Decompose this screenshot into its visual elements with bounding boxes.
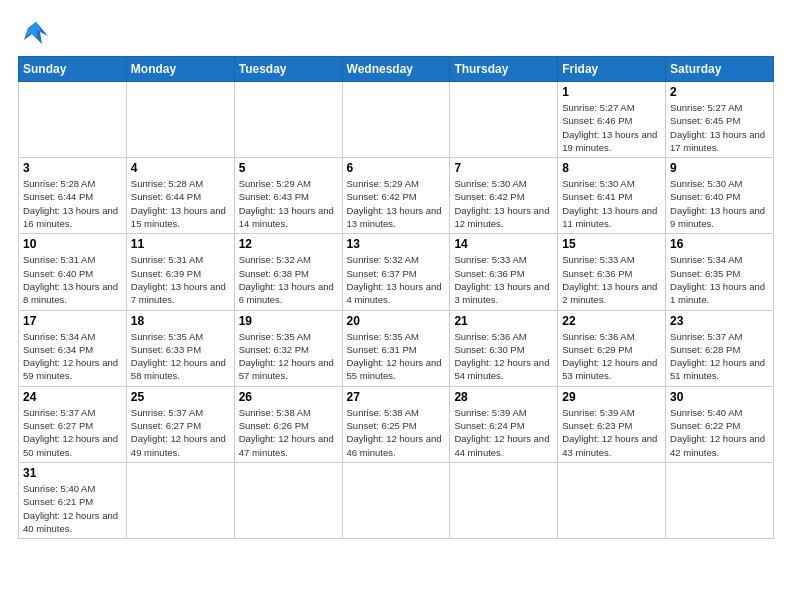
day-number: 27: [347, 390, 446, 404]
day-info: Sunrise: 5:33 AM Sunset: 6:36 PM Dayligh…: [454, 253, 553, 306]
header-cell-saturday: Saturday: [666, 57, 774, 82]
header-area: [18, 18, 774, 48]
day-number: 20: [347, 314, 446, 328]
calendar-table: SundayMondayTuesdayWednesdayThursdayFrid…: [18, 56, 774, 539]
day-number: 26: [239, 390, 338, 404]
day-number: 9: [670, 161, 769, 175]
day-cell: 8Sunrise: 5:30 AM Sunset: 6:41 PM Daylig…: [558, 158, 666, 234]
day-cell: 31Sunrise: 5:40 AM Sunset: 6:21 PM Dayli…: [19, 462, 127, 538]
day-cell: 28Sunrise: 5:39 AM Sunset: 6:24 PM Dayli…: [450, 386, 558, 462]
day-info: Sunrise: 5:38 AM Sunset: 6:25 PM Dayligh…: [347, 406, 446, 459]
header-cell-sunday: Sunday: [19, 57, 127, 82]
day-cell: 23Sunrise: 5:37 AM Sunset: 6:28 PM Dayli…: [666, 310, 774, 386]
day-info: Sunrise: 5:27 AM Sunset: 6:46 PM Dayligh…: [562, 101, 661, 154]
day-cell: [126, 82, 234, 158]
day-cell: 15Sunrise: 5:33 AM Sunset: 6:36 PM Dayli…: [558, 234, 666, 310]
day-cell: 17Sunrise: 5:34 AM Sunset: 6:34 PM Dayli…: [19, 310, 127, 386]
day-number: 7: [454, 161, 553, 175]
day-info: Sunrise: 5:39 AM Sunset: 6:24 PM Dayligh…: [454, 406, 553, 459]
header-cell-monday: Monday: [126, 57, 234, 82]
day-cell: [126, 462, 234, 538]
day-info: Sunrise: 5:35 AM Sunset: 6:31 PM Dayligh…: [347, 330, 446, 383]
day-number: 23: [670, 314, 769, 328]
day-cell: [450, 82, 558, 158]
day-cell: [558, 462, 666, 538]
day-info: Sunrise: 5:30 AM Sunset: 6:42 PM Dayligh…: [454, 177, 553, 230]
week-row-3: 10Sunrise: 5:31 AM Sunset: 6:40 PM Dayli…: [19, 234, 774, 310]
day-info: Sunrise: 5:35 AM Sunset: 6:32 PM Dayligh…: [239, 330, 338, 383]
day-info: Sunrise: 5:40 AM Sunset: 6:21 PM Dayligh…: [23, 482, 122, 535]
day-number: 13: [347, 237, 446, 251]
day-info: Sunrise: 5:35 AM Sunset: 6:33 PM Dayligh…: [131, 330, 230, 383]
day-cell: [19, 82, 127, 158]
header-cell-tuesday: Tuesday: [234, 57, 342, 82]
page: SundayMondayTuesdayWednesdayThursdayFrid…: [0, 0, 792, 612]
day-number: 6: [347, 161, 446, 175]
day-info: Sunrise: 5:30 AM Sunset: 6:40 PM Dayligh…: [670, 177, 769, 230]
day-cell: 16Sunrise: 5:34 AM Sunset: 6:35 PM Dayli…: [666, 234, 774, 310]
day-cell: 6Sunrise: 5:29 AM Sunset: 6:42 PM Daylig…: [342, 158, 450, 234]
day-cell: 21Sunrise: 5:36 AM Sunset: 6:30 PM Dayli…: [450, 310, 558, 386]
day-info: Sunrise: 5:37 AM Sunset: 6:27 PM Dayligh…: [23, 406, 122, 459]
header-cell-friday: Friday: [558, 57, 666, 82]
day-info: Sunrise: 5:37 AM Sunset: 6:27 PM Dayligh…: [131, 406, 230, 459]
day-cell: 30Sunrise: 5:40 AM Sunset: 6:22 PM Dayli…: [666, 386, 774, 462]
day-number: 24: [23, 390, 122, 404]
week-row-1: 1Sunrise: 5:27 AM Sunset: 6:46 PM Daylig…: [19, 82, 774, 158]
day-info: Sunrise: 5:31 AM Sunset: 6:39 PM Dayligh…: [131, 253, 230, 306]
day-cell: [342, 462, 450, 538]
day-cell: 26Sunrise: 5:38 AM Sunset: 6:26 PM Dayli…: [234, 386, 342, 462]
day-number: 2: [670, 85, 769, 99]
day-cell: 3Sunrise: 5:28 AM Sunset: 6:44 PM Daylig…: [19, 158, 127, 234]
week-row-6: 31Sunrise: 5:40 AM Sunset: 6:21 PM Dayli…: [19, 462, 774, 538]
day-number: 5: [239, 161, 338, 175]
day-cell: [342, 82, 450, 158]
day-number: 8: [562, 161, 661, 175]
day-number: 22: [562, 314, 661, 328]
day-cell: 14Sunrise: 5:33 AM Sunset: 6:36 PM Dayli…: [450, 234, 558, 310]
day-cell: 10Sunrise: 5:31 AM Sunset: 6:40 PM Dayli…: [19, 234, 127, 310]
day-number: 11: [131, 237, 230, 251]
day-cell: 29Sunrise: 5:39 AM Sunset: 6:23 PM Dayli…: [558, 386, 666, 462]
day-cell: 19Sunrise: 5:35 AM Sunset: 6:32 PM Dayli…: [234, 310, 342, 386]
calendar-body: 1Sunrise: 5:27 AM Sunset: 6:46 PM Daylig…: [19, 82, 774, 539]
day-cell: 13Sunrise: 5:32 AM Sunset: 6:37 PM Dayli…: [342, 234, 450, 310]
day-number: 28: [454, 390, 553, 404]
day-number: 18: [131, 314, 230, 328]
day-info: Sunrise: 5:36 AM Sunset: 6:29 PM Dayligh…: [562, 330, 661, 383]
day-info: Sunrise: 5:33 AM Sunset: 6:36 PM Dayligh…: [562, 253, 661, 306]
day-number: 3: [23, 161, 122, 175]
day-number: 4: [131, 161, 230, 175]
day-cell: 27Sunrise: 5:38 AM Sunset: 6:25 PM Dayli…: [342, 386, 450, 462]
day-cell: 5Sunrise: 5:29 AM Sunset: 6:43 PM Daylig…: [234, 158, 342, 234]
day-cell: [450, 462, 558, 538]
day-number: 1: [562, 85, 661, 99]
day-number: 19: [239, 314, 338, 328]
day-cell: 22Sunrise: 5:36 AM Sunset: 6:29 PM Dayli…: [558, 310, 666, 386]
day-number: 21: [454, 314, 553, 328]
day-number: 30: [670, 390, 769, 404]
day-info: Sunrise: 5:40 AM Sunset: 6:22 PM Dayligh…: [670, 406, 769, 459]
day-number: 16: [670, 237, 769, 251]
day-cell: 9Sunrise: 5:30 AM Sunset: 6:40 PM Daylig…: [666, 158, 774, 234]
day-number: 12: [239, 237, 338, 251]
day-info: Sunrise: 5:36 AM Sunset: 6:30 PM Dayligh…: [454, 330, 553, 383]
day-cell: 2Sunrise: 5:27 AM Sunset: 6:45 PM Daylig…: [666, 82, 774, 158]
day-info: Sunrise: 5:34 AM Sunset: 6:35 PM Dayligh…: [670, 253, 769, 306]
day-number: 31: [23, 466, 122, 480]
calendar-header: SundayMondayTuesdayWednesdayThursdayFrid…: [19, 57, 774, 82]
day-number: 25: [131, 390, 230, 404]
day-info: Sunrise: 5:28 AM Sunset: 6:44 PM Dayligh…: [23, 177, 122, 230]
header-cell-thursday: Thursday: [450, 57, 558, 82]
day-info: Sunrise: 5:31 AM Sunset: 6:40 PM Dayligh…: [23, 253, 122, 306]
day-number: 10: [23, 237, 122, 251]
day-number: 14: [454, 237, 553, 251]
day-cell: 1Sunrise: 5:27 AM Sunset: 6:46 PM Daylig…: [558, 82, 666, 158]
day-cell: 12Sunrise: 5:32 AM Sunset: 6:38 PM Dayli…: [234, 234, 342, 310]
day-cell: [666, 462, 774, 538]
day-info: Sunrise: 5:32 AM Sunset: 6:38 PM Dayligh…: [239, 253, 338, 306]
week-row-4: 17Sunrise: 5:34 AM Sunset: 6:34 PM Dayli…: [19, 310, 774, 386]
day-info: Sunrise: 5:29 AM Sunset: 6:43 PM Dayligh…: [239, 177, 338, 230]
day-info: Sunrise: 5:27 AM Sunset: 6:45 PM Dayligh…: [670, 101, 769, 154]
logo: [18, 18, 58, 48]
